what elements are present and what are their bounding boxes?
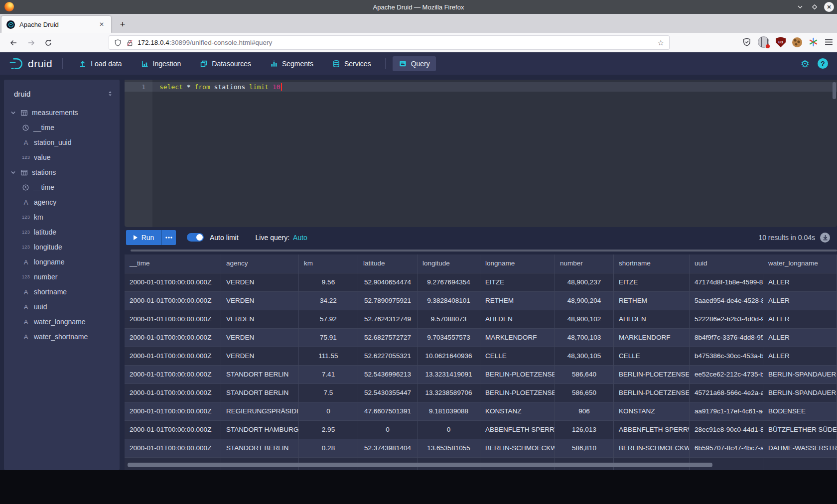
- cell-uuid[interactable]: 28ec91e8-90c0-44d1-8f: [690, 421, 763, 439]
- cell-longname[interactable]: EITZE: [480, 273, 555, 291]
- cell-shortname[interactable]: BERLIN-SCHMOECKWITZ: [614, 439, 690, 457]
- cell-longitude[interactable]: 10.0621640936: [418, 347, 480, 365]
- cell-longname[interactable]: BERLIN-SCHMOECKWITZ: [480, 439, 555, 457]
- cell-agency[interactable]: REGIERUNGSPRÄSIDIUM: [221, 402, 299, 420]
- cell-agency[interactable]: VERDEN: [221, 292, 299, 310]
- window-maximize-button[interactable]: [810, 2, 820, 12]
- cell-agency[interactable]: STANDORT BERLIN: [221, 384, 299, 402]
- url-bar[interactable]: 172.18.0.4:30899/unified-console.html#qu…: [109, 35, 670, 50]
- tree-item-water_longname[interactable]: Awater_longname: [4, 314, 120, 329]
- cell-uuid[interactable]: 5aaed954-de4e-4528-8f: [690, 292, 763, 310]
- query-editor[interactable]: 1 select * from stations limit 10: [125, 80, 837, 227]
- run-button[interactable]: Run: [126, 230, 161, 245]
- tree-item-station_uuid[interactable]: Astation_uuid: [4, 135, 120, 150]
- column-header-longitude[interactable]: longitude: [418, 254, 480, 273]
- cell-number[interactable]: 48,700,103: [555, 329, 614, 347]
- cell-shortname[interactable]: BERLIN-PLOETZENSEE U: [614, 384, 690, 402]
- cell-km[interactable]: 7.5: [299, 384, 358, 402]
- tree-item-water_shortname[interactable]: Awater_shortname: [4, 329, 120, 344]
- cell-latitude[interactable]: 52.5430355447: [358, 384, 418, 402]
- cell-latitude[interactable]: 52.7624312749: [358, 310, 418, 328]
- cell-__time[interactable]: 2000-01-01T00:00:00.000Z: [125, 273, 221, 291]
- cell-number[interactable]: 48,300,105: [555, 347, 614, 365]
- insecure-lock-icon[interactable]: [126, 39, 134, 47]
- cell-__time[interactable]: 2000-01-01T00:00:00.000Z: [125, 347, 221, 365]
- cell-longname[interactable]: CELLE: [480, 347, 555, 365]
- tree-item-__time[interactable]: __time: [4, 180, 120, 195]
- cell-uuid[interactable]: 47174d8f-1b8e-4599-8a: [690, 273, 763, 291]
- cell-water_longname[interactable]: ALLER: [763, 347, 837, 365]
- cell-uuid[interactable]: b475386c-30cc-453a-b3: [690, 347, 763, 365]
- cell-water_longname[interactable]: ALLER: [763, 329, 837, 347]
- cell-shortname[interactable]: CELLE: [614, 347, 690, 365]
- browser-tab[interactable]: Apache Druid ✕: [1, 16, 111, 33]
- run-more-button[interactable]: [161, 230, 176, 245]
- cell-number[interactable]: 48,900,204: [555, 292, 614, 310]
- cell-latitude[interactable]: 52.9040654474: [358, 273, 418, 291]
- cell-__time[interactable]: 2000-01-01T00:00:00.000Z: [125, 402, 221, 420]
- cell-longitude[interactable]: 9.3828408101: [418, 292, 480, 310]
- cell-km[interactable]: 0: [299, 402, 358, 420]
- cell-agency[interactable]: VERDEN: [221, 347, 299, 365]
- cell-shortname[interactable]: BERLIN-PLOETZENSEE C: [614, 366, 690, 383]
- cell-number[interactable]: 586,810: [555, 439, 614, 457]
- nav-ingestion[interactable]: Ingestion: [135, 56, 187, 71]
- cell-shortname[interactable]: RETHEM: [614, 292, 690, 310]
- cell-__time[interactable]: 2000-01-01T00:00:00.000Z: [125, 292, 221, 310]
- nav-segments[interactable]: Segments: [264, 56, 319, 71]
- cell-__time[interactable]: 2000-01-01T00:00:00.000Z: [125, 329, 221, 347]
- window-minimize-button[interactable]: [795, 2, 805, 12]
- back-button[interactable]: [7, 36, 20, 49]
- cell-km[interactable]: 57.92: [299, 310, 358, 328]
- cell-longitude[interactable]: 9.181039088: [418, 402, 480, 420]
- cell-longitude[interactable]: 0: [418, 421, 480, 439]
- query-text[interactable]: select * from stations limit 10: [159, 83, 282, 91]
- download-icon[interactable]: [820, 233, 830, 243]
- tree-item-stations[interactable]: stations: [4, 165, 120, 180]
- cell-shortname[interactable]: KONSTANZ: [614, 402, 690, 420]
- cell-water_longname[interactable]: BÜTZFLETHER SÜDERE: [763, 421, 837, 439]
- cell-longitude[interactable]: 9.7034557573: [418, 329, 480, 347]
- column-header-agency[interactable]: agency: [221, 254, 299, 273]
- ublock-origin-icon[interactable]: uO: [776, 37, 786, 47]
- pocket-shield-icon[interactable]: [742, 37, 751, 47]
- cell-uuid[interactable]: 45721a68-566c-4e2a-a6: [690, 384, 763, 402]
- cell-longitude[interactable]: 13.3238589706: [418, 384, 480, 402]
- cell-longname[interactable]: AHLDEN: [480, 310, 555, 328]
- column-header-__time[interactable]: __time: [125, 254, 221, 273]
- cell-latitude[interactable]: 52.6827572727: [358, 329, 418, 347]
- cell-number[interactable]: 126,013: [555, 421, 614, 439]
- shield-icon[interactable]: [114, 39, 122, 47]
- cell-shortname[interactable]: MARKLENDORF: [614, 329, 690, 347]
- cell-__time[interactable]: 2000-01-01T00:00:00.000Z: [125, 366, 221, 383]
- pane-splitter[interactable]: [131, 250, 837, 252]
- cell-agency[interactable]: STANDORT BERLIN: [221, 439, 299, 457]
- cell-agency[interactable]: VERDEN: [221, 273, 299, 291]
- hamburger-menu-icon[interactable]: [825, 38, 833, 46]
- cell-longitude[interactable]: 9.57088073: [418, 310, 480, 328]
- cell-water_longname[interactable]: ALLER: [763, 310, 837, 328]
- cell-km[interactable]: 2.95: [299, 421, 358, 439]
- nav-query[interactable]: Query: [393, 56, 436, 71]
- cell-longname[interactable]: BERLIN-PLOETZENSEE C: [480, 366, 555, 383]
- tree-item-latitude[interactable]: 123latitude: [4, 225, 120, 240]
- reload-button[interactable]: [42, 36, 55, 49]
- cell-shortname[interactable]: ABBENFLETH SPERRWEI: [614, 421, 690, 439]
- cell-water_longname[interactable]: BERLIN-SPANDAUER-S: [763, 366, 837, 383]
- column-header-water_longname[interactable]: water_longname: [763, 254, 837, 273]
- cell-longname[interactable]: MARKLENDORF: [480, 329, 555, 347]
- cell-uuid[interactable]: 8b4f9f7c-3376-4dd8-95c: [690, 329, 763, 347]
- cell-__time[interactable]: 2000-01-01T00:00:00.000Z: [125, 310, 221, 328]
- tab-close-icon[interactable]: ✕: [97, 20, 106, 29]
- window-close-button[interactable]: ✕: [824, 2, 834, 12]
- nav-load-data[interactable]: Load data: [73, 56, 128, 71]
- cell-number[interactable]: 48,900,102: [555, 310, 614, 328]
- column-header-number[interactable]: number: [555, 254, 614, 273]
- tree-item-km[interactable]: 123km: [4, 210, 120, 225]
- cell-latitude[interactable]: 47.6607501391: [358, 402, 418, 420]
- cell-longitude[interactable]: 13.653581055: [418, 439, 480, 457]
- cell-latitude[interactable]: 0: [358, 421, 418, 439]
- help-icon[interactable]: ?: [818, 58, 828, 69]
- cell-km[interactable]: 9.56: [299, 273, 358, 291]
- cell-uuid[interactable]: ee52ce62-212c-4735-b4: [690, 366, 763, 383]
